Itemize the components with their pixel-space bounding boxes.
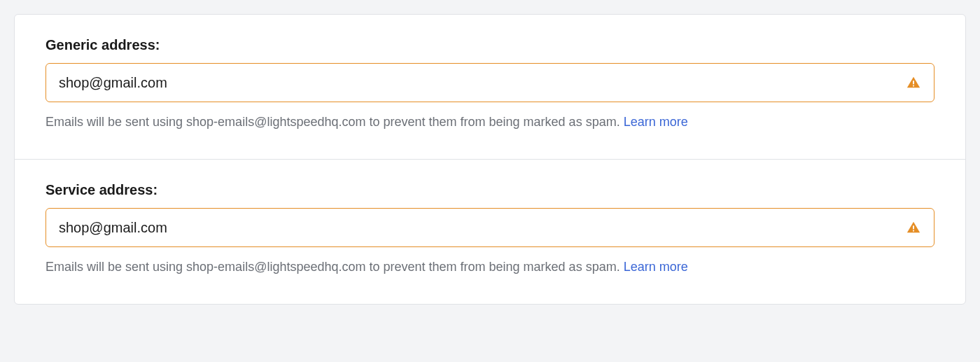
service-address-section: Service address: Emails will be sent usi… bbox=[15, 159, 965, 304]
generic-address-input-wrap bbox=[46, 63, 934, 102]
svg-rect-1 bbox=[913, 85, 914, 87]
generic-address-input[interactable] bbox=[46, 64, 906, 102]
svg-rect-3 bbox=[913, 230, 914, 232]
svg-rect-2 bbox=[913, 225, 914, 229]
svg-rect-0 bbox=[913, 81, 914, 84]
warning-triangle-icon bbox=[906, 220, 934, 235]
warning-triangle-icon bbox=[906, 75, 934, 90]
email-settings-card: Generic address: Emails will be sent usi… bbox=[14, 14, 966, 305]
service-address-input-wrap bbox=[46, 208, 934, 247]
generic-helper-text-row: Emails will be sent using shop-emails@li… bbox=[46, 113, 934, 131]
service-helper-text: Emails will be sent using shop-emails@li… bbox=[46, 260, 624, 274]
generic-helper-text: Emails will be sent using shop-emails@li… bbox=[46, 115, 624, 129]
service-learn-more-link[interactable]: Learn more bbox=[624, 260, 688, 274]
generic-address-section: Generic address: Emails will be sent usi… bbox=[15, 15, 965, 159]
generic-learn-more-link[interactable]: Learn more bbox=[624, 115, 688, 129]
generic-address-label: Generic address: bbox=[46, 37, 934, 53]
service-helper-text-row: Emails will be sent using shop-emails@li… bbox=[46, 258, 934, 276]
service-address-input[interactable] bbox=[46, 209, 906, 246]
service-address-label: Service address: bbox=[46, 182, 934, 198]
